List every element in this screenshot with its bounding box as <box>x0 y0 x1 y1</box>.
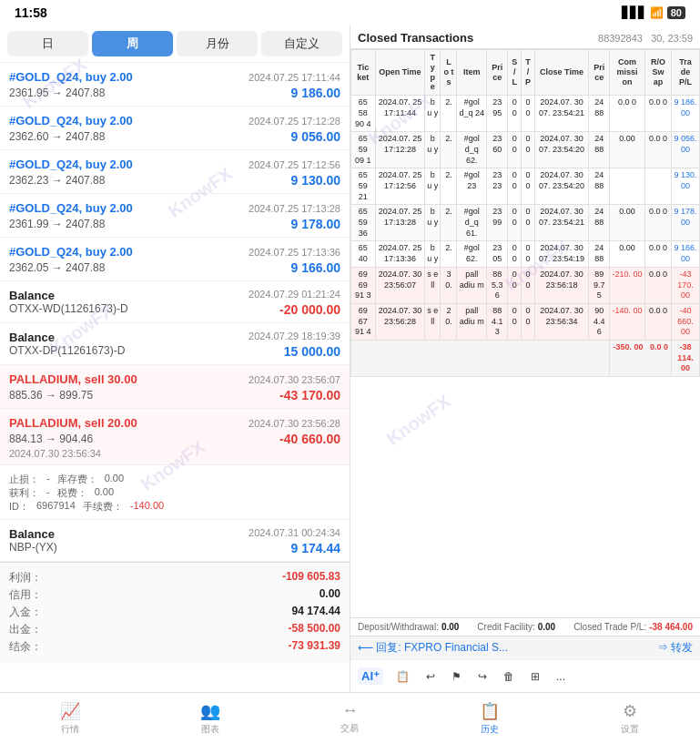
table-row: 65 58 90 4 2024.07. 25 17:11:44 b u y 2.… <box>351 96 700 132</box>
nav-trade[interactable]: ↔ 交易 <box>280 697 421 738</box>
balance-amount: -20 000.00 <box>279 302 340 317</box>
more-button[interactable]: ... <box>553 668 569 685</box>
tx-amount: 9 130.00 <box>291 173 341 188</box>
table-row: 65 59 09 1 2024.07. 25 17:12:28 b u y 2.… <box>351 132 700 168</box>
table-row: 65 40 2024.07. 25 17:13:36 b u y 2. #gol… <box>351 241 700 267</box>
trade-icon: ↔ <box>341 701 358 720</box>
summary-block: 利润： -109 605.83 信用： 0.00 入金： 94 174.44 出… <box>0 562 350 664</box>
list-item[interactable]: Balance 2024.07.29 01:21:24 OTXX-WD(1126… <box>0 281 350 323</box>
copy-button[interactable]: 📋 <box>392 668 413 685</box>
credit-summary-value: 0.00 <box>320 587 340 603</box>
col-item: Item <box>457 50 487 96</box>
tx-price: 2362.05 → 2407.88 <box>9 261 105 274</box>
profit-label: 获利： <box>9 486 39 500</box>
list-item[interactable]: #GOLD_Q24, buy 2.00 2024.07.25 17:13:36 … <box>0 238 350 281</box>
list-item[interactable]: Balance 2024.07.29 18:19:39 OTXX-DP(1126… <box>0 323 350 365</box>
tx-subdate: 2024.07.30 23:56:34 <box>9 448 340 459</box>
withdraw-summary-label: 出金： <box>9 622 42 637</box>
balance-date: 2024.07.29 18:19:39 <box>249 331 340 344</box>
tx-title: #GOLD_Q24, buy 2.00 <box>9 114 133 127</box>
bottom-nav: 📈 行情 👥 图表 ↔ 交易 📋 历史 ⚙ 设置 <box>0 692 700 743</box>
battery-icon: 80 <box>667 6 685 19</box>
tx-date: 2024.07.30 23:56:28 <box>249 418 340 429</box>
fees-item: 止损： - 库存费： 0.00 获利： - 税费： 0.00 ID： 69679… <box>0 465 350 520</box>
tx-price: 2362.60 → 2407.88 <box>9 130 105 143</box>
id-value: 6967914 <box>36 500 76 514</box>
credit-total-label: Credit Facility: <box>477 622 534 632</box>
nav-market[interactable]: 📈 行情 <box>0 697 140 739</box>
nav-chart[interactable]: 👥 图表 <box>140 697 280 739</box>
balance-title: Balance <box>9 527 55 541</box>
ref-number: 88392843 30, 23:59 <box>598 33 693 44</box>
tx-title: #GOLD_Q24, buy 2.00 <box>9 70 133 84</box>
deposit-summary-value: 94 174.44 <box>292 605 340 620</box>
forward-right[interactable]: ⇒ 转发 <box>657 640 693 656</box>
tax-value: 0.00 <box>95 486 114 500</box>
balance-summary-value: -73 931.39 <box>289 639 340 655</box>
stop-loss-label: 止损： <box>9 473 39 486</box>
tab-week[interactable]: 周 <box>92 31 173 56</box>
fee-label: 手续费： <box>83 500 123 514</box>
tx-amount: -40 660.00 <box>279 432 340 446</box>
tx-price: 885.36 → 899.75 <box>9 389 93 402</box>
table-row: 65 59 21 2024.07. 25 17:12:56 b u y 2. #… <box>351 168 700 205</box>
closed-pl-label: Closed Trade P/L: <box>573 622 646 632</box>
left-panel: 日 周 月份 自定义 #GOLD_Q24, buy 2.00 2024.07.2… <box>0 25 350 692</box>
col-tp: T / P <box>522 50 535 96</box>
list-item[interactable]: PALLADIUM, sell 20.00 2024.07.30 23:56:2… <box>0 409 350 465</box>
deposit-total-value: 0.00 <box>441 622 459 632</box>
balance-sub: NBP-(YX) <box>9 541 57 555</box>
credit-total-value: 0.00 <box>538 622 555 632</box>
tx-amount: 9 178.00 <box>291 217 341 231</box>
reply-left[interactable]: ⟵ 回复: FXPRO Financial S... <box>358 640 508 656</box>
tab-day[interactable]: 日 <box>7 31 88 56</box>
tx-date: 2024.07.25 17:13:36 <box>249 247 340 258</box>
signal-icon: ▋▋▋ <box>622 6 646 19</box>
tab-custom[interactable]: 自定义 <box>261 31 342 56</box>
right-panel: Closed Transactions 88392843 30, 23:59 T… <box>350 25 700 692</box>
tx-date: 2024.07.25 17:11:44 <box>249 72 340 83</box>
nav-settings-label: 设置 <box>621 723 639 736</box>
nav-history-label: 历史 <box>481 723 499 736</box>
deposit-total-label: Deposit/Withdrawal: <box>358 622 439 632</box>
nav-market-label: 行情 <box>61 723 79 736</box>
col-closeprice: Pri ce <box>588 50 609 96</box>
tx-amount: 9 056.00 <box>291 129 341 144</box>
reply-button[interactable]: ↩ <box>422 668 439 685</box>
tx-date: 2024.07.25 17:13:28 <box>249 203 340 214</box>
col-opentime: Open Time <box>375 50 425 96</box>
trash-button[interactable]: 🗑 <box>500 668 518 685</box>
list-item[interactable]: PALLADIUM, sell 30.00 2024.07.30 23:56:0… <box>0 365 350 409</box>
col-type: T y p e <box>425 50 441 96</box>
list-item[interactable]: #GOLD_Q24, buy 2.00 2024.07.25 17:12:56 … <box>0 150 350 194</box>
tab-month[interactable]: 月份 <box>177 31 258 56</box>
balance-sub: OTXX-DP(11261673)-D <box>9 344 125 359</box>
grid-button[interactable]: ⊞ <box>527 668 543 685</box>
table-row-total: -350. 00 0.0 0 -38 114. 00 <box>351 340 700 376</box>
tx-price: 884.13 → 904.46 <box>9 433 93 445</box>
balance-date: 2024.07.29 01:21:24 <box>249 289 340 302</box>
tx-price: 2361.99 → 2407.88 <box>9 218 105 230</box>
time: 11:58 <box>15 5 47 20</box>
nav-settings[interactable]: ⚙ 设置 <box>560 697 700 739</box>
list-item[interactable]: #GOLD_Q24, buy 2.00 2024.07.25 17:13:28 … <box>0 194 350 238</box>
nav-history[interactable]: 📋 历史 <box>420 697 560 739</box>
storage-value: 0.00 <box>105 473 124 486</box>
forward-button[interactable]: ↪ <box>474 668 491 685</box>
ai-button[interactable]: AI⁺ <box>358 667 383 685</box>
tab-bar: 日 周 月份 自定义 <box>0 25 350 63</box>
list-item[interactable]: Balance 2024.07.31 00:24:34 NBP-(YX) 9 1… <box>0 520 350 562</box>
list-item[interactable]: #GOLD_Q24, buy 2.00 2024.07.25 17:12:28 … <box>0 107 350 150</box>
col-commission: Com missi on <box>610 50 645 96</box>
nav-chart-label: 图表 <box>201 723 219 736</box>
tx-amount: -43 170.00 <box>279 388 340 402</box>
fee-value: -140.00 <box>130 500 164 514</box>
balance-title: Balance <box>9 331 55 344</box>
list-item[interactable]: #GOLD_Q24, buy 2.00 2024.07.25 17:11:44 … <box>0 63 350 107</box>
closed-transactions-title: Closed Transactions <box>358 31 473 45</box>
credit-summary-label: 信用： <box>9 587 42 603</box>
balance-sub: OTXX-WD(11261673)-D <box>9 302 128 317</box>
tx-title: #GOLD_Q24, buy 2.00 <box>9 158 133 171</box>
flag-button[interactable]: ⚑ <box>448 668 465 685</box>
right-header: Closed Transactions 88392843 30, 23:59 <box>350 25 700 49</box>
